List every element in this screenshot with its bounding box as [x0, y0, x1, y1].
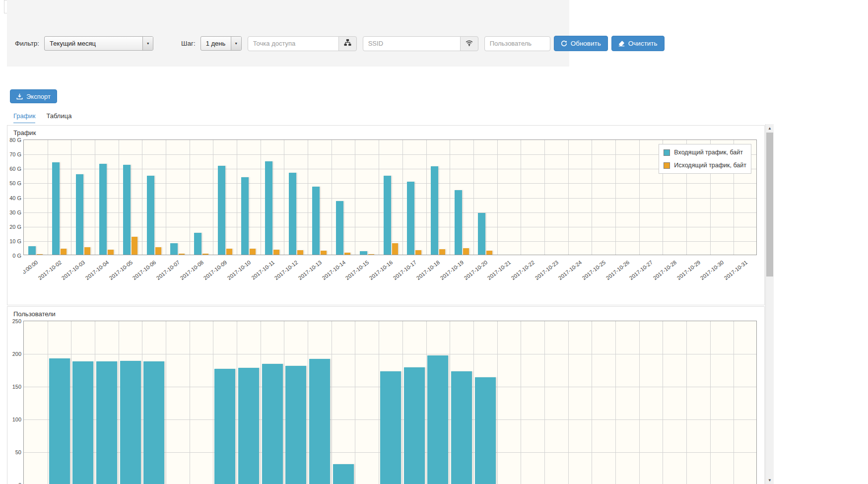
bar-10-01 00:00:00 — [28, 246, 36, 255]
bar-2017-10-17 — [415, 250, 421, 255]
scroll-down-arrow-icon[interactable]: ▼ — [766, 476, 774, 484]
bar-2017-10-07 — [179, 254, 185, 255]
bar-2017-10-16 — [380, 371, 401, 484]
period-select-value: Текущий месяц — [45, 37, 142, 50]
refresh-button-label: Обновить — [571, 40, 601, 47]
refresh-icon — [561, 40, 567, 47]
bar-2017-10-14 — [333, 464, 354, 484]
y-axis-label: 50 — [7, 449, 21, 455]
access-point-picker-button[interactable] — [338, 36, 357, 51]
bar-2017-10-10 — [250, 249, 256, 255]
x-axis-label: 2017-10-09 — [187, 259, 228, 293]
bar-2017-10-11 — [273, 250, 279, 255]
subtab-table[interactable]: Таблица — [46, 112, 71, 123]
wifi-icon — [466, 39, 473, 48]
bar-2017-10-09 — [214, 369, 235, 484]
step-label: Шаг: — [181, 40, 196, 47]
bar-2017-10-04 — [96, 361, 117, 484]
subtab-chart[interactable]: График — [13, 112, 35, 123]
y-axis-label: 40 G — [7, 195, 21, 201]
bar-2017-10-12 — [289, 173, 296, 255]
bar-2017-10-20 — [478, 213, 485, 255]
bar-2017-10-16 — [392, 243, 398, 255]
bar-2017-10-05 — [120, 361, 141, 484]
period-select[interactable]: Текущий месяц ▼ — [44, 36, 153, 51]
bar-2017-10-12 — [297, 250, 303, 255]
y-axis-label: 10 G — [7, 238, 21, 244]
bar-2017-10-14 — [336, 201, 343, 255]
bar-10-01 00:00:00 — [37, 254, 43, 255]
step-select[interactable]: 1 день ▼ — [200, 36, 242, 51]
y-axis-label: 0 G — [7, 253, 21, 259]
legend-label: Исходящий трафик, байт — [674, 162, 746, 169]
sitemap-icon — [344, 39, 351, 48]
x-axis-label: 2017-10-03 — [45, 259, 86, 293]
bar-2017-10-17 — [404, 367, 425, 484]
bar-2017-10-05 — [132, 237, 137, 255]
clear-button[interactable]: Очистить — [611, 36, 665, 51]
legend-label: Входящий трафик, байт — [674, 149, 743, 156]
access-point-input[interactable] — [248, 36, 339, 51]
y-axis-label: 30 G — [7, 209, 21, 215]
view-subtabs: График Таблица — [13, 112, 868, 123]
y-axis-label: 50 G — [7, 180, 21, 186]
legend-item: Входящий трафик, байт — [664, 146, 746, 159]
legend-swatch — [664, 149, 670, 156]
filter-panel: Фильтр: Текущий месяц ▼ Шаг: 1 день ▼ — [7, 16, 868, 67]
y-axis-label: 70 G — [7, 151, 21, 157]
export-button[interactable]: Экспорт — [10, 89, 57, 103]
bar-2017-10-08 — [194, 233, 201, 255]
bar-2017-10-19 — [451, 371, 472, 484]
export-button-label: Экспорт — [26, 93, 51, 100]
y-axis-label: 20 G — [7, 224, 21, 230]
bar-2017-10-13 — [309, 359, 330, 484]
users-chart: 050100150200250 — [7, 321, 764, 484]
bar-2017-10-02 — [52, 162, 60, 255]
bar-2017-10-10 — [238, 368, 259, 484]
bar-2017-10-07 — [170, 243, 178, 255]
chart-legend: Входящий трафик, байтИсходящий трафик, б… — [659, 144, 751, 174]
bar-2017-10-17 — [407, 182, 414, 255]
y-axis-label: 250 — [7, 318, 21, 324]
bar-2017-10-13 — [312, 187, 320, 255]
bar-2017-10-18 — [439, 249, 445, 255]
traffic-panel-title: Трафик — [7, 126, 764, 138]
refresh-button[interactable]: Обновить — [554, 36, 608, 51]
scrollbar-thumb[interactable] — [766, 133, 773, 277]
traffic-panel: Трафик Входящий трафик, байтИсходящий тр… — [7, 125, 765, 305]
bar-2017-10-20 — [486, 251, 492, 255]
bar-2017-10-03 — [72, 361, 93, 484]
download-icon — [16, 93, 23, 100]
ssid-input[interactable] — [363, 36, 461, 51]
y-axis-label: 0 — [7, 482, 21, 484]
user-input[interactable] — [484, 36, 550, 51]
users-panel: Пользователи 050100150200250 — [7, 306, 765, 484]
bar-2017-10-10 — [241, 177, 249, 255]
bar-2017-10-05 — [123, 165, 131, 255]
filter-panel-background — [7, 0, 569, 67]
x-axis-label: 2017-10-24 — [542, 259, 583, 293]
x-axis-label: 2017-10-06 — [116, 259, 157, 293]
y-axis-label: 100 — [7, 416, 21, 422]
plot-area — [23, 321, 757, 484]
y-axis-label: 200 — [7, 351, 21, 357]
bar-2017-10-18 — [427, 355, 448, 484]
filter-label: Фильтр: — [15, 40, 39, 47]
legend-item: Исходящий трафик, байт — [664, 159, 746, 172]
ssid-picker-button[interactable] — [460, 36, 478, 51]
vertical-scrollbar[interactable]: ▲ ▼ — [765, 124, 774, 484]
bar-2017-10-20 — [475, 377, 496, 484]
x-axis-label: 2017-10-30 — [684, 259, 725, 293]
bar-2017-10-02 — [61, 249, 67, 255]
y-axis-label: 80 G — [7, 137, 21, 143]
bar-2017-10-18 — [431, 166, 438, 255]
step-select-value: 1 день — [201, 37, 231, 50]
eraser-icon — [618, 40, 625, 47]
bar-2017-10-03 — [84, 247, 90, 255]
bar-2017-10-08 — [202, 254, 208, 255]
x-axis-label: 2017-10-21 — [471, 259, 512, 293]
chevron-down-icon: ▼ — [231, 37, 241, 50]
bar-2017-10-09 — [226, 249, 232, 255]
legend-swatch — [664, 162, 670, 169]
scroll-up-arrow-icon[interactable]: ▲ — [766, 124, 774, 132]
